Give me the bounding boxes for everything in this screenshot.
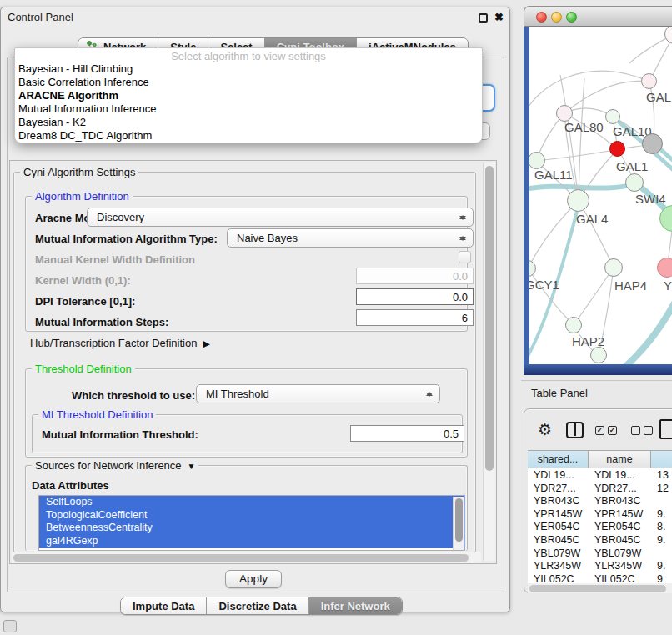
table-horizontal-scrollbar[interactable]: [528, 583, 672, 593]
cell-name: YER054C: [589, 521, 651, 534]
kernel-width-field[interactable]: [356, 268, 474, 284]
data-attributes-list: SelfLoopsTopologicalCoefficientBetweenne…: [38, 495, 465, 551]
which-threshold-label: Which threshold to use:: [72, 389, 195, 402]
dropdown-item[interactable]: Bayesian - K2: [15, 116, 482, 129]
cell-value: 9.: [651, 560, 672, 573]
network-node[interactable]: [604, 258, 623, 277]
mi-threshold-field[interactable]: [350, 425, 464, 442]
dropdown-item[interactable]: Dream8 DC_TDC Algorithm: [15, 129, 482, 142]
minimize-traffic-light-icon[interactable]: [551, 12, 562, 22]
algorithm-definition-title: Algorithm Definition: [32, 190, 133, 202]
network-window-bottom-frame: [524, 364, 672, 375]
cell-name: YDR27...: [589, 482, 651, 496]
sources-group-title[interactable]: Sources for Network Inference▼: [32, 459, 198, 472]
network-node[interactable]: [565, 317, 582, 333]
table-row[interactable]: YIL052C YIL052C 9: [528, 573, 672, 583]
cell-value: 9.: [651, 508, 672, 522]
table-row[interactable]: YDL19... YDL19... 13: [528, 469, 672, 482]
dropdown-item[interactable]: Bayesian - Hill Climbing: [15, 62, 482, 76]
network-node-label: SWI4: [635, 192, 666, 206]
table-row[interactable]: YLR345W YLR345W 9.: [528, 560, 672, 573]
unchecked-checkbox-icon[interactable]: [644, 426, 653, 435]
network-window-titlebar[interactable]: [524, 6, 672, 27]
list-item[interactable]: BetweennessCentrality: [39, 522, 464, 535]
mi-steps-field[interactable]: [356, 309, 474, 326]
network-node-label: GAL1: [616, 159, 648, 173]
network-node[interactable]: [590, 347, 607, 363]
attr-items: SelfLoopsTopologicalCoefficientBetweenne…: [39, 496, 464, 548]
gear-icon[interactable]: ⚙: [538, 420, 552, 439]
cyni-algorithm-settings-title: Cyni Algorithm Settings: [20, 166, 138, 178]
settings-horizontal-scrollbar[interactable]: [12, 552, 481, 563]
dropdown-item[interactable]: Basic Correlation Inference: [15, 76, 482, 89]
mi-steps-label: Mutual Information Steps:: [35, 316, 168, 328]
cell-value: [651, 548, 672, 561]
mi-type-label: Mutual Information Algorithm Type:: [35, 232, 218, 245]
network-canvas[interactable]: GAL GAL80 GAL10 GAL1: [529, 27, 672, 364]
control-panel-title: Control Panel: [8, 11, 73, 23]
column-header[interactable]: name: [589, 451, 651, 468]
hub-expander[interactable]: Hub/Transcription Factor Definition▶: [30, 337, 210, 349]
list-item[interactable]: gal4RGexp: [39, 535, 464, 548]
table-row[interactable]: YDR27... YDR27... 12: [528, 482, 672, 496]
list-item[interactable]: SelfLoops: [39, 496, 464, 509]
which-threshold-combo[interactable]: MI Threshold: [196, 384, 440, 403]
network-node[interactable]: [605, 109, 620, 124]
cell-value: 12: [651, 482, 672, 496]
column-header[interactable]: shared...: [528, 451, 589, 468]
checked-checkbox-icon[interactable]: ✓: [608, 426, 617, 435]
manual-kernel-checkbox[interactable]: [459, 251, 471, 263]
table-row[interactable]: YBL079W YBL079W: [528, 548, 672, 561]
list-vertical-scrollbar[interactable]: [453, 497, 464, 550]
which-threshold-value: MI Threshold: [197, 388, 269, 400]
expander-collapsed-icon: ▶: [203, 338, 209, 348]
cell-name: YBR043C: [589, 495, 651, 508]
network-node[interactable]: [657, 258, 672, 278]
settings-vertical-scrollbar[interactable]: [483, 162, 495, 561]
network-node[interactable]: [609, 141, 625, 157]
tab[interactable]: Discretize Data: [206, 598, 308, 614]
close-traffic-light-icon[interactable]: [536, 12, 547, 22]
aracne-mode-combo[interactable]: Discovery: [87, 208, 474, 227]
cell-value: 13: [651, 469, 672, 482]
network-node[interactable]: [641, 73, 657, 89]
close-icon[interactable]: ✖: [494, 11, 504, 23]
cell-shared-name: YLR345W: [528, 560, 589, 573]
table-row[interactable]: YPR145W YPR145W 9.: [528, 508, 672, 522]
tab[interactable]: Impute Data: [121, 598, 206, 614]
mi-type-value: Naive Bayes: [228, 232, 298, 244]
cell-name: YDL19...: [589, 469, 651, 482]
network-node[interactable]: [556, 105, 573, 122]
tab[interactable]: Infer Network: [308, 598, 402, 614]
dpi-tolerance-field[interactable]: [356, 288, 474, 305]
cell-shared-name: YBL079W: [528, 548, 589, 561]
float-window-icon[interactable]: [479, 13, 488, 22]
network-node[interactable]: [567, 189, 589, 212]
dropdown-item[interactable]: ARACNE Algorithm: [15, 89, 482, 102]
unchecked-checkbox-icon[interactable]: [631, 426, 640, 435]
table-row[interactable]: YER054C YER054C 8.: [528, 521, 672, 534]
network-node[interactable]: [642, 133, 663, 154]
dropdown-item[interactable]: Mutual Information Inference: [15, 102, 482, 116]
cell-shared-name: YBR045C: [528, 534, 589, 548]
table-row[interactable]: YBR043C YBR043C: [528, 495, 672, 508]
network-node[interactable]: [625, 173, 644, 192]
mi-type-combo[interactable]: Naive Bayes: [227, 228, 474, 248]
document-icon[interactable]: [659, 419, 672, 439]
column-header[interactable]: [651, 451, 672, 468]
checked-checkbox-icon[interactable]: ✓: [595, 426, 604, 435]
table-row[interactable]: YBR045C YBR045C 9.: [528, 534, 672, 548]
apply-button[interactable]: Apply: [225, 570, 282, 588]
threshold-definition-title: Threshold Definition: [32, 362, 135, 375]
split-columns-icon[interactable]: [566, 422, 584, 438]
cell-shared-name: YPR145W: [528, 508, 589, 522]
manual-kernel-label: Manual Kernel Width Definition: [35, 253, 195, 266]
network-node-label: HAP4: [614, 278, 647, 292]
algorithm-dropdown-popup: Select algorithm to view settings Bayesi…: [14, 48, 483, 143]
cell-name: YBR045C: [589, 534, 651, 548]
zoom-traffic-light-icon[interactable]: [566, 12, 577, 22]
collapsed-panel-icon[interactable]: [3, 620, 17, 632]
table-rows: YDL19... YDL19... 13 YDR27... YDR27... 1…: [528, 469, 672, 583]
list-item[interactable]: TopologicalCoefficient: [39, 509, 464, 522]
network-node-label: GAL11: [534, 168, 573, 182]
